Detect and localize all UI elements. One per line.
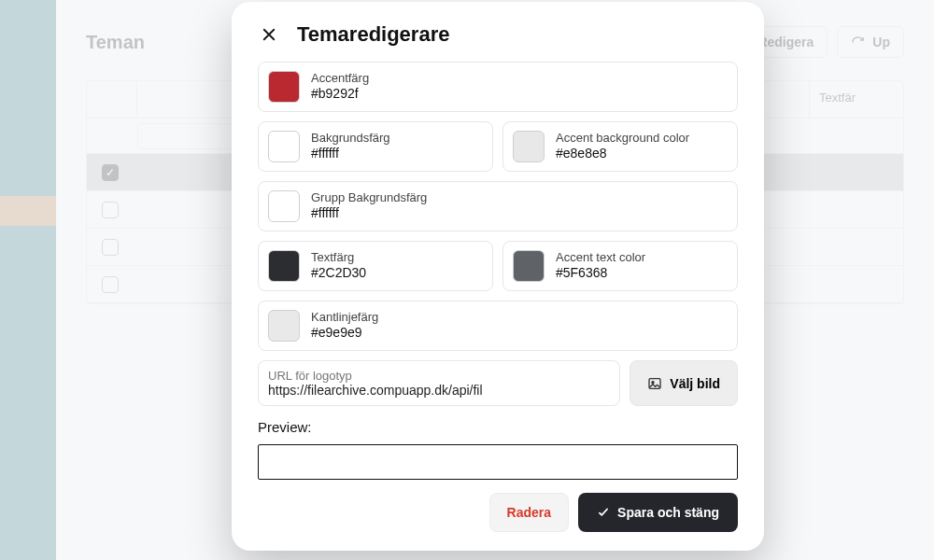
accent-background-color-field[interactable]: Accent background color #e8e8e8 <box>502 121 738 172</box>
field-label: Accent background color <box>556 131 689 146</box>
field-label: Kantlinjefärg <box>311 310 378 325</box>
border-swatch <box>268 310 300 342</box>
field-value: #2C2D30 <box>311 265 366 282</box>
logo-url-value: https://filearchive.compuapp.dk/api/fil <box>268 383 610 398</box>
check-icon <box>597 506 610 519</box>
save-and-close-button[interactable]: Spara och stäng <box>578 493 738 532</box>
preview-label: Preview: <box>258 419 738 435</box>
field-label: Bakgrundsfärg <box>311 131 390 146</box>
preview-box <box>258 444 738 480</box>
theme-editor-modal: Temaredigerare Accentfärg #b9292f Bakgru… <box>232 2 764 551</box>
border-color-field[interactable]: Kantlinjefärg #e9e9e9 <box>258 301 738 351</box>
text-color-field[interactable]: Textfärg #2C2D30 <box>258 241 493 291</box>
accent-bg-swatch <box>513 131 545 162</box>
background-color-field[interactable]: Bakgrundsfärg #ffffff <box>258 121 493 172</box>
field-value: #e9e9e9 <box>311 325 378 342</box>
group-background-color-field[interactable]: Grupp Bakgrundsfärg #ffffff <box>258 181 738 231</box>
field-label: URL för logotyp <box>268 369 610 383</box>
field-value: #ffffff <box>311 205 427 222</box>
accent-color-field[interactable]: Accentfärg #b9292f <box>258 62 738 112</box>
close-button[interactable] <box>258 23 280 46</box>
accent-swatch <box>268 71 300 103</box>
logo-url-field[interactable]: URL för logotyp https://filearchive.comp… <box>258 360 620 406</box>
close-icon <box>261 26 277 43</box>
field-value: #b9292f <box>311 86 369 103</box>
field-label: Accentfärg <box>311 71 369 86</box>
field-label: Accent text color <box>556 250 645 265</box>
bg-swatch <box>268 131 300 162</box>
field-label: Textfärg <box>311 250 366 265</box>
field-value: #ffffff <box>311 146 390 162</box>
delete-button[interactable]: Radera <box>489 493 569 532</box>
field-value: #e8e8e8 <box>556 146 689 162</box>
group-bg-swatch <box>268 190 300 222</box>
choose-image-button[interactable]: Välj bild <box>630 360 738 406</box>
svg-point-1 <box>652 381 654 383</box>
text-swatch <box>268 250 300 282</box>
field-label: Grupp Bakgrundsfärg <box>311 190 427 205</box>
accent-text-color-field[interactable]: Accent text color #5F6368 <box>502 241 738 291</box>
field-value: #5F6368 <box>556 265 645 282</box>
accent-text-swatch <box>513 250 545 282</box>
modal-title: Temaredigerare <box>297 22 449 47</box>
image-icon <box>647 376 662 391</box>
